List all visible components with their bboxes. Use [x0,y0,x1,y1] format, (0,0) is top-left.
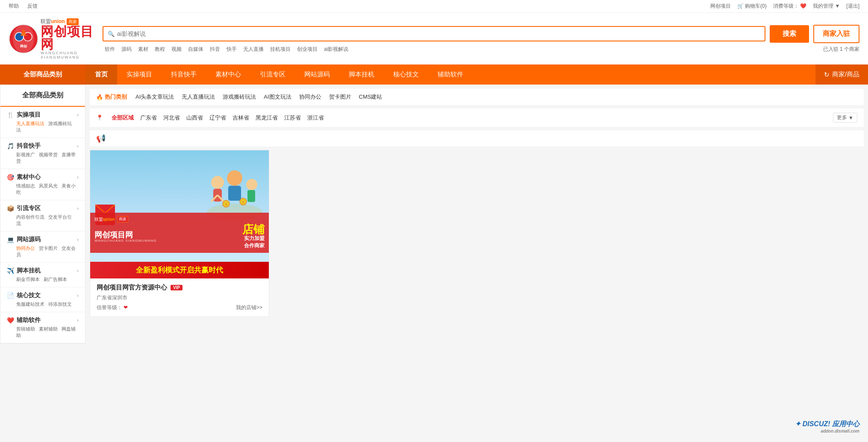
sidebar-item[interactable]: 📦引流专区›内容创作引流 交友平台引流 [0,200,85,231]
manage-dropdown[interactable]: 我的管理 ▼ [813,3,840,10]
sidebar-item[interactable]: 📄核心技文›免服建站技术 待添加技文 [0,287,85,312]
region-item[interactable]: 浙江省 [307,114,324,121]
sidebar-sub-item[interactable]: 协同办公 [16,246,35,251]
consume-label: 消费等级： ❤️ [773,3,806,10]
sidebar-sub-item[interactable]: 待添加技文 [48,301,72,307]
nav-item-网站源码[interactable]: 网站源码 [295,64,339,85]
logo-text-area: 联盟union 商家 网创项目网 WANGCHUANG XIANGMUWANG [41,18,94,59]
badge-line2: 合作商家 [242,242,265,249]
project-link[interactable]: 网创项目 [710,3,731,10]
search-tag[interactable]: 软件 [105,46,115,53]
announcement-bar: 📢 [90,130,864,146]
sidebar-sub-item[interactable]: 无人直播玩法 [16,121,44,126]
search-tag[interactable]: 视频 [171,46,182,53]
more-regions-button[interactable]: 更多 ▼ [833,113,857,123]
search-row: 🔍 搜索 商家入驻 [103,25,859,43]
sidebar-item[interactable]: ✈️脚本挂机›刷金币脚本 刷广告脚本 [0,263,85,287]
sidebar-sub-item[interactable]: 剪辑辅助 [16,326,35,331]
region-item[interactable]: 山西省 [186,114,203,121]
sidebar-icon: ✈️ [7,267,14,274]
nav-item-辅助软件[interactable]: 辅助软件 [428,64,473,85]
hot-category-item[interactable]: 贺卡图片 [329,94,351,100]
sidebar-sub-item[interactable]: 免服建站技术 [16,301,44,307]
search-tag[interactable]: 源码 [121,46,132,53]
nav-item-首页[interactable]: 首页 [85,64,117,85]
nav-item-脚本挂机[interactable]: 脚本挂机 [339,64,384,85]
top-bar-left: 帮助 反馈 [9,3,38,10]
nav-item-抖音快手[interactable]: 抖音快手 [162,64,206,85]
nav-item-实操项目[interactable]: 实操项目 [117,64,162,85]
region-item[interactable]: 辽宁省 [209,114,226,121]
hot-category-item[interactable]: 无人直播玩法 [182,94,215,100]
sidebar-item-title: ✈️脚本挂机 [7,267,41,275]
rating-label: 信誉等级： ❤ [97,304,128,311]
search-tag[interactable]: 快手 [227,46,237,53]
region-item[interactable]: 广东省 [140,114,157,121]
feedback-link[interactable]: 反馈 [27,3,38,10]
region-label: 📍 [96,114,103,121]
search-tag[interactable]: 无人直播 [243,46,264,53]
sidebar-sub-item[interactable]: 刷广告脚本 [44,277,67,282]
sidebar-item-title: ❤️辅助软件 [7,316,41,324]
search-tag[interactable]: 挂机项目 [270,46,291,53]
region-items: 全部区域广东省河北省山西省辽宁省吉林省黑龙江省江苏省浙江省 [112,114,330,122]
nav-item-引流专区[interactable]: 引流专区 [250,64,295,85]
nav-merchant-goods[interactable]: ↻ 商家/商品 [815,64,868,85]
svg-rect-12 [228,186,241,201]
region-item[interactable]: 吉林省 [232,114,249,121]
region-item[interactable]: 江苏省 [284,114,301,121]
sidebar-sub-item[interactable]: 内容创作引流 [16,214,44,220]
search-tag[interactable]: ai影视解说 [324,46,348,53]
nav-all-categories[interactable]: 全部商品类别 [0,64,85,85]
search-tag[interactable]: 创业项目 [297,46,318,53]
sidebar-sub-item[interactable]: 贺卡图片 [39,246,58,251]
logout-link[interactable]: [退出] [846,3,859,10]
nav-item-核心技文[interactable]: 核心技文 [384,64,428,85]
sidebar-sub-item[interactable]: 视频带货 [39,152,58,157]
sidebar-icon: 📦 [7,205,14,212]
merchant-location: 广东省深圳市 [97,294,262,301]
hot-category-item[interactable]: 游戏搬砖玩法 [223,94,256,100]
content: 🔥 热门类别 AI头条文章玩法无人直播玩法游戏搬砖玩法AI图文玩法协同办公贺卡图… [85,85,868,344]
search-tag[interactable]: 抖音 [210,46,220,53]
hot-category-item[interactable]: 协同办公 [299,94,321,100]
sidebar-item[interactable]: 🎯素材中心›情感励志 风景风光 美食小吃 [0,169,85,200]
help-link[interactable]: 帮助 [9,3,19,10]
cart-link[interactable]: 🛒 购物车(0) [737,3,767,10]
sidebar-item[interactable]: ❤️辅助软件›剪辑辅助 素材辅助 网盘辅助 [0,312,85,343]
sidebar-sub-item[interactable]: 素材辅助 [39,326,58,331]
sidebar-sub-item[interactable]: 风景风光 [39,183,58,188]
shop-text: 店铺 [242,224,265,235]
svg-rect-14 [247,190,255,202]
search-input[interactable] [117,27,760,41]
hot-category-item[interactable]: AI头条文章玩法 [135,94,174,100]
sidebar-item[interactable]: 💻网站源码›协同办公 贺卡图片 交友会员 [0,231,85,263]
sidebar-item[interactable]: 🍴实操项目›无人直播玩法 游戏搬砖玩法 [0,107,85,138]
search-button[interactable]: 搜索 [770,25,809,43]
sidebar-sub-item[interactable]: 情感励志 [16,183,35,188]
sidebar-item[interactable]: 🎵抖音快手›影视推广 视频带货 直播带货 [0,138,85,169]
nav-item-素材中心[interactable]: 素材中心 [206,64,250,85]
sidebar-item-title: 📦引流专区 [7,205,41,212]
region-item[interactable]: 河北省 [163,114,180,121]
fire-icon: 🔥 [96,94,103,100]
hot-label: 🔥 热门类别 [96,93,127,101]
search-tag[interactable]: 自媒体 [188,46,203,53]
region-item[interactable]: 黑龙江省 [256,114,278,121]
sidebar-sub-item[interactable]: 影视推广 [16,152,35,157]
search-tag[interactable]: 素材 [138,46,148,53]
hot-category-item[interactable]: AI图文玩法 [264,94,291,100]
hot-category-item[interactable]: CMS建站 [359,94,383,100]
search-tag[interactable]: 教程 [155,46,165,53]
region-item[interactable]: 全部区域 [112,114,134,121]
sidebar-items: 🍴实操项目›无人直播玩法 游戏搬砖玩法 🎵抖音快手›影视推广 视频带货 直播带货… [0,107,85,343]
announce-icon: 📢 [96,134,106,143]
sidebar-icon: ❤️ [7,317,14,324]
vip-badge: VIP [171,285,182,290]
merchant-register-button[interactable]: 商家入驻 [813,25,859,43]
my-shop-link[interactable]: 我的店铺>> [236,304,262,311]
merchant-name: 网创项目网官方资源中心 VIP [97,284,262,292]
sidebar-sub-item[interactable]: 刷金币脚本 [16,277,40,282]
sidebar-item-sub: 影视推广 视频带货 直播带货 [7,152,79,164]
top-bar: 帮助 反馈 网创项目 🛒 购物车(0) 消费等级： ❤️ 我的管理 ▼ [退出] [0,0,868,13]
